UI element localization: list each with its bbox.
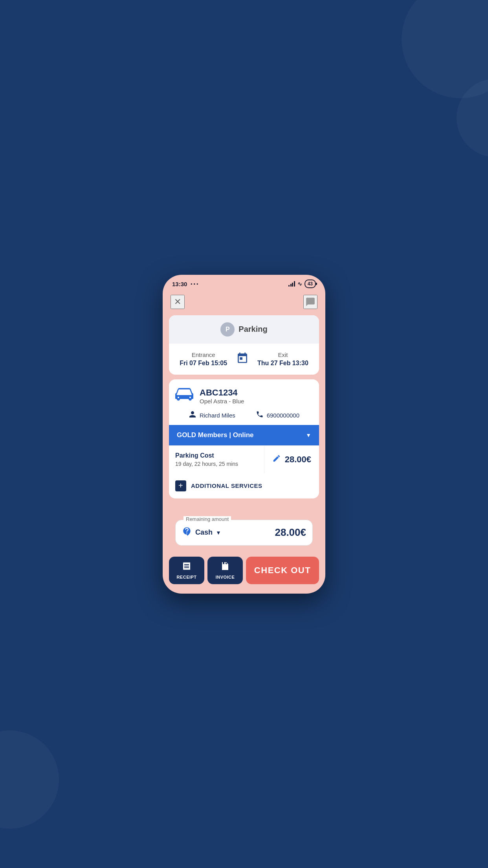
coins-icon (182, 526, 192, 539)
contact-phone: 6900000000 (267, 412, 299, 419)
vehicle-section: ABC1234 Opel Astra - Blue Richard Miles (169, 379, 319, 425)
cost-label: Parking Cost (175, 452, 258, 459)
pricing-right: 28.00€ (264, 448, 319, 471)
invoice-label: INVOICE (216, 575, 235, 579)
phone-frame: 13:30 ··· ∿ 43 ✕ P Parking (163, 275, 325, 594)
status-dots: ··· (190, 280, 199, 289)
exit-value: Thu 27 Feb 13:30 (257, 360, 308, 367)
entrance-value: Fri 07 Feb 15:05 (180, 360, 227, 367)
entrance-block: Entrance Fri 07 Feb 15:05 (180, 351, 227, 367)
plus-icon: + (175, 480, 186, 491)
entrance-label: Entrance (180, 351, 227, 358)
dropdown-arrow-icon: ▼ (306, 432, 311, 438)
vehicle-details: ABC1234 Opel Astra - Blue (200, 388, 244, 405)
exit-block: Exit Thu 27 Feb 13:30 (257, 351, 308, 367)
calendar-icon (236, 351, 249, 367)
payment-method: Cash (195, 528, 213, 537)
price-value: 28.00€ (285, 454, 311, 465)
receipt-label: RECEIPT (176, 575, 196, 579)
membership-label: GOLD Members | Online (177, 431, 254, 439)
remaining-section: Remaining amount Cash ▼ 28.00€ (169, 520, 319, 546)
remaining-label: Remaining amount (183, 516, 231, 522)
receipt-icon (182, 561, 191, 573)
membership-dropdown[interactable]: GOLD Members | Online ▼ (169, 425, 319, 445)
invoice-icon (220, 561, 230, 573)
additional-services[interactable]: + ADDITIONAL SERVICES (169, 473, 319, 498)
bottom-actions: RECEIPT INVOICE CHECK OUT (163, 552, 325, 594)
phone-icon (256, 410, 264, 420)
main-content: P Parking Entrance Fri 07 Feb 15:05 Exit… (163, 315, 325, 552)
cash-dropdown-arrow: ▼ (216, 530, 221, 536)
status-left: 13:30 ··· (172, 280, 199, 289)
contact-phone-item: 6900000000 (256, 410, 299, 420)
parking-header-card: P Parking Entrance Fri 07 Feb 15:05 Exit… (169, 315, 319, 375)
plate-number: ABC1234 (200, 388, 244, 398)
person-icon (189, 410, 196, 420)
contact-name-item: Richard Miles (189, 410, 235, 420)
notch (220, 275, 268, 286)
contact-name: Richard Miles (200, 412, 235, 419)
top-nav: ✕ (163, 292, 325, 315)
signal-icon (288, 281, 295, 287)
battery-display: 43 (305, 280, 316, 288)
vehicle-info: ABC1234 Opel Astra - Blue (175, 387, 313, 405)
vehicle-model: Opel Astra - Blue (200, 398, 244, 405)
status-right: ∿ 43 (288, 280, 316, 288)
time-display: 13:30 (172, 281, 187, 287)
invoice-button[interactable]: INVOICE (207, 557, 243, 584)
pricing-left: Parking Cost 19 day, 22 hours, 25 mins (169, 446, 264, 473)
close-button[interactable]: ✕ (171, 295, 185, 309)
edit-icon[interactable] (272, 454, 281, 465)
contact-row: Richard Miles 6900000000 (175, 410, 313, 420)
remaining-row: Cash ▼ 28.00€ (182, 520, 306, 545)
additional-label: ADDITIONAL SERVICES (191, 482, 262, 489)
exit-label: Exit (257, 351, 308, 358)
remaining-wrapper: Remaining amount Cash ▼ 28.00€ (175, 520, 313, 546)
remaining-amount: 28.00€ (275, 526, 306, 539)
vehicle-card: ABC1234 Opel Astra - Blue Richard Miles (169, 379, 319, 498)
duration: 19 day, 22 hours, 25 mins (175, 461, 258, 467)
parking-label: Parking (238, 325, 267, 334)
car-icon (175, 387, 193, 405)
dates-row: Entrance Fri 07 Feb 15:05 Exit Thu 27 Fe… (169, 344, 319, 375)
spacer (169, 503, 319, 515)
pricing-row: Parking Cost 19 day, 22 hours, 25 mins 2… (169, 445, 319, 473)
receipt-button[interactable]: RECEIPT (169, 557, 204, 584)
wifi-icon: ∿ (297, 281, 302, 287)
chat-button[interactable] (303, 295, 317, 309)
chat-icon (305, 297, 316, 307)
checkout-button[interactable]: CHECK OUT (246, 557, 319, 584)
payment-selector[interactable]: Cash ▼ (182, 526, 221, 539)
parking-icon: P (220, 322, 235, 337)
parking-header: P Parking (169, 315, 319, 344)
